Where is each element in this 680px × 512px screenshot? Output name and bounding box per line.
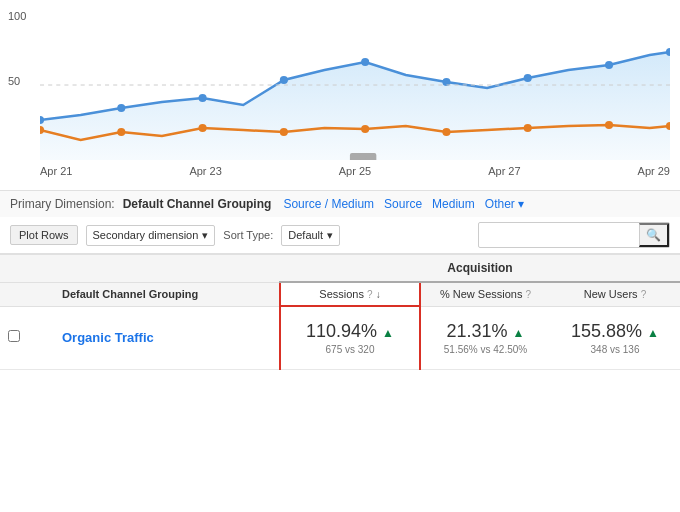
new-users-up-arrow: ▲ (647, 326, 659, 340)
col-header-row: Default Channel Grouping Sessions ? ↓ % … (0, 282, 680, 306)
source-link[interactable]: Source (384, 197, 422, 211)
sessions-col-header[interactable]: Sessions ? ↓ (280, 282, 420, 306)
sessions-vs: 675 vs 320 (289, 344, 411, 355)
x-label-apr21: Apr 21 (40, 165, 72, 177)
pct-new-up-arrow: ▲ (513, 326, 525, 340)
dim-cell-label: Organic Traffic (62, 330, 271, 345)
new-users-help-icon[interactable]: ? (641, 289, 647, 300)
sessions-cell: 110.94% ▲ 675 vs 320 (280, 306, 420, 370)
blue-dot (117, 104, 125, 112)
search-box: 🔍 (478, 222, 670, 248)
orange-dot (605, 121, 613, 129)
dimension-cell: Organic Traffic (32, 306, 280, 370)
pct-new-sessions-cell: 21.31% ▲ 51.56% vs 42.50% (420, 306, 550, 370)
dimension-col-header: Default Channel Grouping (32, 282, 280, 306)
medium-link[interactable]: Medium (432, 197, 475, 211)
pct-new-pct: 21.31% ▲ (429, 321, 542, 342)
y-axis-100: 100 (8, 10, 26, 22)
new-users-pct: 155.88% ▲ (558, 321, 672, 342)
blue-dot (524, 74, 532, 82)
x-label-apr23: Apr 23 (189, 165, 221, 177)
blue-dot (361, 58, 369, 66)
data-table: Acquisition Default Channel Grouping Ses… (0, 255, 680, 370)
new-users-col-header: New Users ? (550, 282, 680, 306)
pct-new-sessions-label: % New Sessions (440, 288, 523, 300)
sessions-up-arrow: ▲ (382, 326, 394, 340)
table-row: Organic Traffic 110.94% ▲ 675 vs 320 21.… (0, 306, 680, 370)
blue-dot (605, 61, 613, 69)
x-axis: Apr 21 Apr 23 Apr 25 Apr 27 Apr 29 (40, 163, 670, 177)
source-medium-link[interactable]: Source / Medium (283, 197, 374, 211)
new-users-pct-value: 155.88% (571, 321, 642, 341)
x-label-apr29: Apr 29 (638, 165, 670, 177)
sessions-sort-arrow[interactable]: ↓ (376, 289, 381, 300)
orange-dot (442, 128, 450, 136)
acquisition-header: Acquisition (280, 255, 680, 282)
y-axis-50: 50 (8, 75, 20, 87)
primary-dimension-label: Primary Dimension: (10, 197, 115, 211)
checkbox-header (0, 282, 32, 306)
blue-dot (199, 94, 207, 102)
secondary-dimension-label: Secondary dimension (93, 229, 199, 241)
search-button[interactable]: 🔍 (639, 223, 669, 247)
orange-dot (524, 124, 532, 132)
plot-rows-button[interactable]: Plot Rows (10, 225, 78, 245)
sessions-label: Sessions (319, 288, 364, 300)
sort-chevron: ▾ (327, 229, 333, 242)
sort-default-label: Default (288, 229, 323, 241)
chart-area: 100 50 (0, 0, 680, 190)
new-users-vs: 348 vs 136 (558, 344, 672, 355)
sort-type-label: Sort Type: (223, 229, 273, 241)
sort-default-dropdown[interactable]: Default ▾ (281, 225, 340, 246)
orange-dot (280, 128, 288, 136)
secondary-dimension-chevron: ▾ (202, 229, 208, 242)
primary-dimension-active: Default Channel Grouping (123, 197, 272, 211)
acquisition-header-row: Acquisition (0, 255, 680, 282)
x-label-apr27: Apr 27 (488, 165, 520, 177)
organic-traffic-link[interactable]: Organic Traffic (62, 330, 154, 345)
filter-row: Plot Rows Secondary dimension ▾ Sort Typ… (0, 217, 680, 254)
other-link[interactable]: Other ▾ (485, 197, 524, 211)
x-label-apr25: Apr 25 (339, 165, 371, 177)
orange-dot (199, 124, 207, 132)
orange-dot (361, 125, 369, 133)
primary-dimension-toolbar: Primary Dimension: Default Channel Group… (0, 190, 680, 217)
orange-dot (117, 128, 125, 136)
blue-dot (280, 76, 288, 84)
pct-new-pct-value: 21.31% (447, 321, 508, 341)
row-checkbox[interactable] (8, 330, 20, 342)
sessions-help-icon[interactable]: ? (367, 289, 373, 300)
new-users-label: New Users (584, 288, 638, 300)
pct-new-help-icon[interactable]: ? (526, 289, 532, 300)
data-table-wrapper: Acquisition Default Channel Grouping Ses… (0, 254, 680, 370)
sessions-pct-value: 110.94% (306, 321, 377, 341)
acquisition-label-cell (0, 255, 280, 282)
line-chart (40, 10, 670, 160)
pct-new-sessions-col-header: % New Sessions ? (420, 282, 550, 306)
sessions-pct: 110.94% ▲ (289, 321, 411, 342)
pct-new-vs: 51.56% vs 42.50% (429, 344, 542, 355)
search-input[interactable] (479, 226, 639, 244)
new-users-cell: 155.88% ▲ 348 vs 136 (550, 306, 680, 370)
row-checkbox-cell (0, 306, 32, 370)
secondary-dimension-dropdown[interactable]: Secondary dimension ▾ (86, 225, 216, 246)
